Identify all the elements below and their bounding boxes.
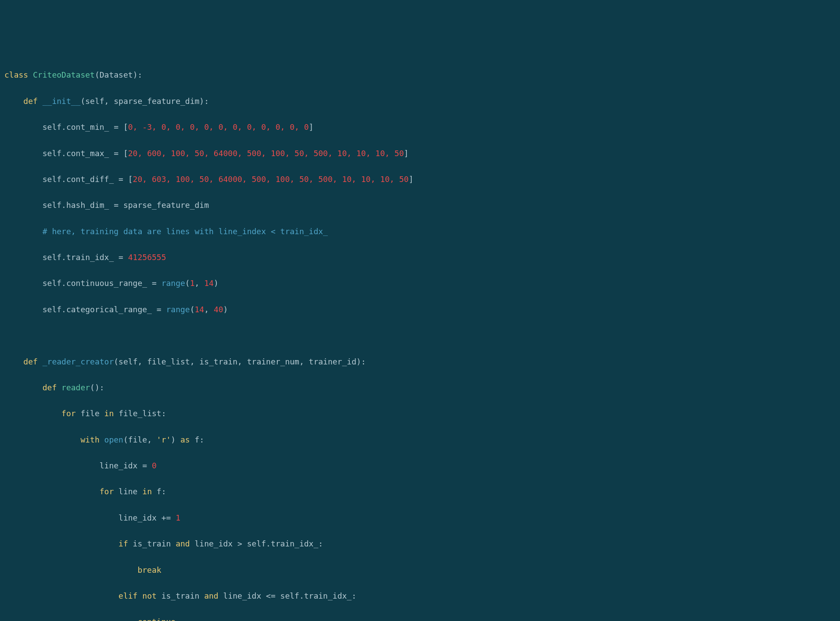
code-line: self.continuous_range_ = range(1, 14) bbox=[0, 277, 840, 290]
code-line: self.cont_diff_ = [20, 603, 100, 50, 640… bbox=[0, 173, 840, 186]
punct: ] bbox=[309, 122, 314, 132]
keyword-continue: continue bbox=[137, 617, 176, 621]
assign: self.cont_diff_ = [ bbox=[43, 175, 133, 184]
var: f: bbox=[157, 487, 166, 496]
punct: , bbox=[195, 278, 205, 288]
class-name: CriteoDataset bbox=[33, 70, 95, 79]
cond: line_idx <= self.train_idx_: bbox=[219, 591, 356, 600]
keyword-class: class bbox=[4, 70, 28, 79]
punct: ) bbox=[223, 305, 228, 314]
args: ) bbox=[171, 435, 180, 444]
string: 'r' bbox=[157, 435, 171, 444]
assign: self.cont_max_ = [ bbox=[43, 149, 128, 158]
punct: ( bbox=[185, 278, 190, 288]
keyword-in: in bbox=[142, 487, 152, 496]
builtin-range: range bbox=[162, 278, 185, 288]
code-line: self.cont_min_ = [0, -3, 0, 0, 0, 0, 0, … bbox=[0, 121, 840, 134]
code-line: for line in f: bbox=[0, 485, 840, 498]
keyword-with: with bbox=[80, 435, 99, 444]
base-class: Dataset bbox=[100, 70, 133, 79]
params: (self, file_list, is_train, trainer_num,… bbox=[114, 357, 366, 366]
code-line: with open(file, 'r') as f: bbox=[0, 433, 840, 446]
keyword-for: for bbox=[100, 487, 114, 496]
code-line: def __init__(self, sparse_feature_dim): bbox=[0, 95, 840, 108]
punct: ] bbox=[409, 175, 413, 184]
keyword-not: not bbox=[142, 591, 157, 600]
keyword-for: for bbox=[61, 409, 76, 418]
assign: self.categorical_range_ = bbox=[43, 305, 166, 314]
inner-fn-name: reader bbox=[61, 383, 90, 392]
numbers: 20, 600, 100, 50, 64000, 500, 100, 50, 5… bbox=[128, 149, 404, 158]
builtin-open: open bbox=[104, 435, 123, 444]
keyword-elif: elif bbox=[118, 591, 137, 600]
punct: ) bbox=[214, 278, 219, 288]
number: 40 bbox=[214, 305, 223, 314]
keyword-and: and bbox=[204, 591, 219, 600]
number: 14 bbox=[195, 305, 205, 314]
numbers: 20, 603, 100, 50, 64000, 500, 100, 50, 5… bbox=[133, 175, 409, 184]
keyword-and: and bbox=[176, 539, 190, 548]
var: file_list: bbox=[118, 409, 166, 418]
code-line: if is_train and line_idx > self.train_id… bbox=[0, 537, 840, 550]
code-line: self.train_idx_ = 41256555 bbox=[0, 251, 840, 264]
keyword-def: def bbox=[43, 383, 57, 392]
method-name: _reader_creator bbox=[43, 357, 114, 366]
blank-line bbox=[0, 329, 840, 342]
keyword-def: def bbox=[23, 357, 38, 366]
keyword-in: in bbox=[104, 409, 114, 418]
code-line: continue bbox=[0, 615, 840, 621]
code-editor: class CriteoDataset(Dataset): def __init… bbox=[0, 56, 840, 621]
numbers: 0, -3, 0, 0, 0, 0, 0, 0, 0, 0, 0, 0, 0 bbox=[128, 122, 309, 132]
var: line bbox=[118, 487, 137, 496]
number: 14 bbox=[204, 278, 214, 288]
code-line: # here, training data are lines with lin… bbox=[0, 225, 840, 238]
punct: ( bbox=[190, 305, 195, 314]
number: 1 bbox=[176, 513, 180, 522]
code-line: class CriteoDataset(Dataset): bbox=[0, 68, 840, 82]
number: 41256555 bbox=[128, 253, 166, 262]
code-line: self.categorical_range_ = range(14, 40) bbox=[0, 303, 840, 316]
code-line: self.cont_max_ = [20, 600, 100, 50, 6400… bbox=[0, 147, 840, 160]
keyword-if: if bbox=[118, 539, 128, 548]
params: (self, sparse_feature_dim): bbox=[80, 96, 209, 106]
var: file bbox=[80, 409, 99, 418]
builtin-range: range bbox=[166, 305, 190, 314]
cond: is_train bbox=[157, 591, 204, 600]
code-line: for file in file_list: bbox=[0, 407, 840, 420]
method-name: __init__ bbox=[43, 96, 81, 106]
assign: self.continuous_range_ = bbox=[43, 278, 162, 288]
code-line: self.hash_dim_ = sparse_feature_dim bbox=[0, 199, 840, 212]
cond: is_train bbox=[128, 539, 176, 548]
number: 0 bbox=[152, 461, 157, 470]
args: (file, bbox=[123, 435, 157, 444]
assign: self.train_idx_ = bbox=[43, 253, 128, 262]
punct: ( bbox=[95, 70, 100, 79]
cond: line_idx > self.train_idx_: bbox=[190, 539, 323, 548]
code-line: break bbox=[0, 564, 840, 577]
code-line: line_idx = 0 bbox=[0, 459, 840, 472]
assign: self.hash_dim_ = sparse_feature_dim bbox=[43, 200, 209, 210]
code-line: def reader(): bbox=[0, 381, 840, 394]
assign: line_idx = bbox=[100, 461, 152, 470]
keyword-break: break bbox=[137, 565, 161, 575]
params: (): bbox=[90, 383, 104, 392]
punct: ] bbox=[404, 149, 409, 158]
code-line: line_idx += 1 bbox=[0, 511, 840, 525]
expr: line_idx += bbox=[118, 513, 176, 522]
punct: , bbox=[204, 305, 214, 314]
keyword-def: def bbox=[23, 96, 38, 106]
var: f: bbox=[190, 435, 205, 444]
comment: # here, training data are lines with lin… bbox=[43, 227, 328, 236]
number: 1 bbox=[190, 278, 195, 288]
keyword-as: as bbox=[180, 435, 190, 444]
code-line: def _reader_creator(self, file_list, is_… bbox=[0, 355, 840, 368]
assign: self.cont_min_ = [ bbox=[43, 122, 128, 132]
punct: ): bbox=[133, 70, 143, 79]
code-line: elif not is_train and line_idx <= self.t… bbox=[0, 589, 840, 603]
